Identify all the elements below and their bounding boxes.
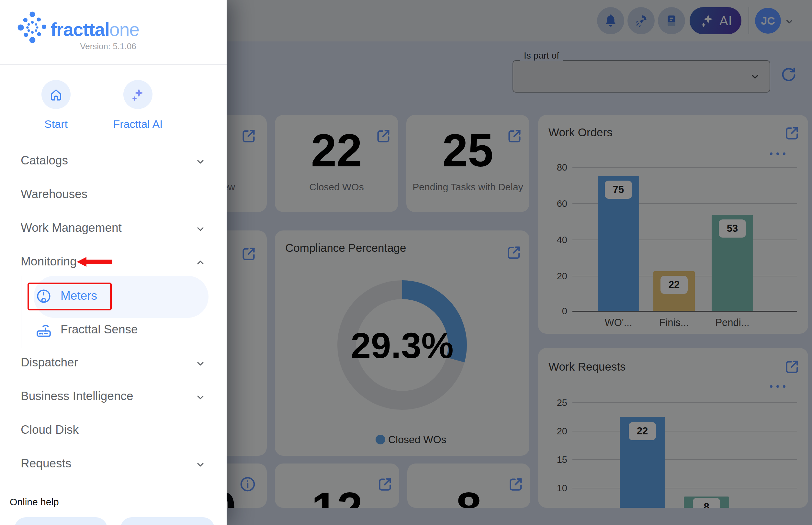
sidebar-drawer: fracttalone Version: 5.1.06 Start Fractt… — [0, 0, 227, 525]
version-label: Version: 5.1.06 — [61, 42, 155, 51]
start-label[interactable]: Start — [24, 118, 88, 131]
sidebar-item-monitoring[interactable]: Monitoring — [21, 255, 77, 268]
submenu-indent-line — [21, 276, 21, 348]
chevron-up-icon — [194, 256, 207, 269]
logo-text-primary: fracttal — [50, 19, 109, 40]
logo-wordmark: fracttalone — [50, 19, 139, 40]
fracttal-logo-icon — [17, 10, 48, 44]
fracttal-ai-label[interactable]: Fracttal AI — [105, 118, 170, 131]
chevron-down-icon — [194, 357, 207, 370]
chevron-down-icon — [194, 458, 207, 470]
sparkle-icon — [130, 87, 146, 103]
sidebar-item-work-management[interactable]: Work Management — [21, 221, 122, 235]
sidebar-item-dispatcher[interactable]: Dispatcher — [21, 356, 78, 369]
sidebar-item-fracttal-sense[interactable]: Fracttal Sense — [61, 323, 138, 336]
logo-text-secondary: one — [109, 19, 139, 40]
sidebar-item-catalogs[interactable]: Catalogs — [21, 154, 68, 167]
sidebar-item-requests[interactable]: Requests — [21, 457, 71, 470]
sidebar-item-business-intelligence[interactable]: Business Intelligence — [21, 389, 133, 403]
annotation-box — [28, 283, 112, 311]
screen: AI JC Is part of ew 22 Closed WOs 25 Pen… — [0, 0, 812, 525]
home-icon — [48, 87, 64, 102]
chevron-down-icon — [194, 223, 207, 235]
online-help-link[interactable]: Online help — [10, 496, 59, 508]
fracttal-ai-shortcut[interactable] — [123, 80, 152, 109]
help-pill-button[interactable] — [120, 517, 214, 525]
sidebar-item-cloud-disk[interactable]: Cloud Disk — [21, 423, 79, 437]
router-icon — [35, 321, 53, 339]
sidebar-item-warehouses[interactable]: Warehouses — [21, 188, 87, 201]
chevron-down-icon — [194, 155, 207, 168]
help-pill-button[interactable] — [15, 517, 107, 525]
annotation-arrow — [77, 257, 112, 267]
header-divider — [0, 64, 227, 65]
chevron-down-icon — [194, 391, 207, 403]
start-button[interactable] — [42, 80, 71, 109]
